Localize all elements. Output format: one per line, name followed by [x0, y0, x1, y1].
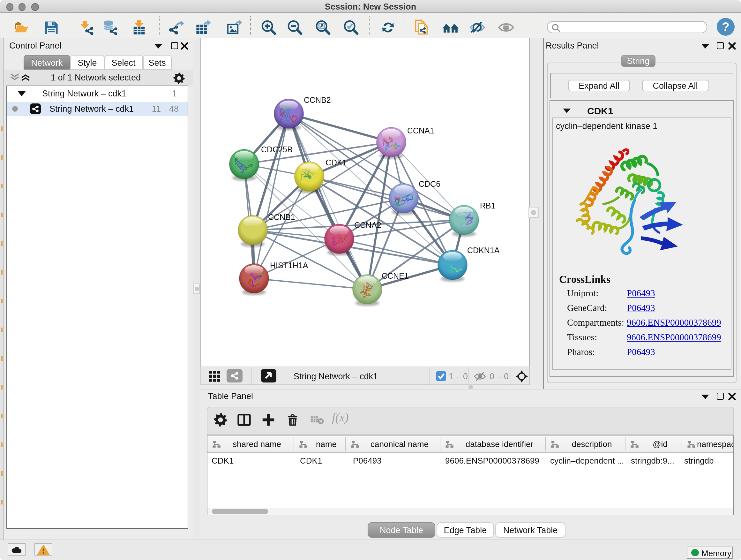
- svg-text:?: ?: [722, 20, 729, 33]
- svg-text:CDKN1A: CDKN1A: [467, 246, 500, 255]
- svg-text:CDC6: CDC6: [419, 179, 441, 188]
- svg-text:CCNB2: CCNB2: [304, 96, 331, 105]
- svg-text:CCNB1: CCNB1: [268, 212, 295, 222]
- svg-text:RB1: RB1: [480, 201, 495, 210]
- svg-text:CCNA2: CCNA2: [354, 221, 381, 230]
- svg-text:CCNE1: CCNE1: [382, 271, 409, 280]
- svg-text:HIST1H1A: HIST1H1A: [270, 261, 308, 270]
- svg-text:CCNA1: CCNA1: [407, 126, 434, 135]
- svg-text:CDK1: CDK1: [326, 158, 347, 167]
- svg-text:CDC25B: CDC25B: [261, 145, 293, 154]
